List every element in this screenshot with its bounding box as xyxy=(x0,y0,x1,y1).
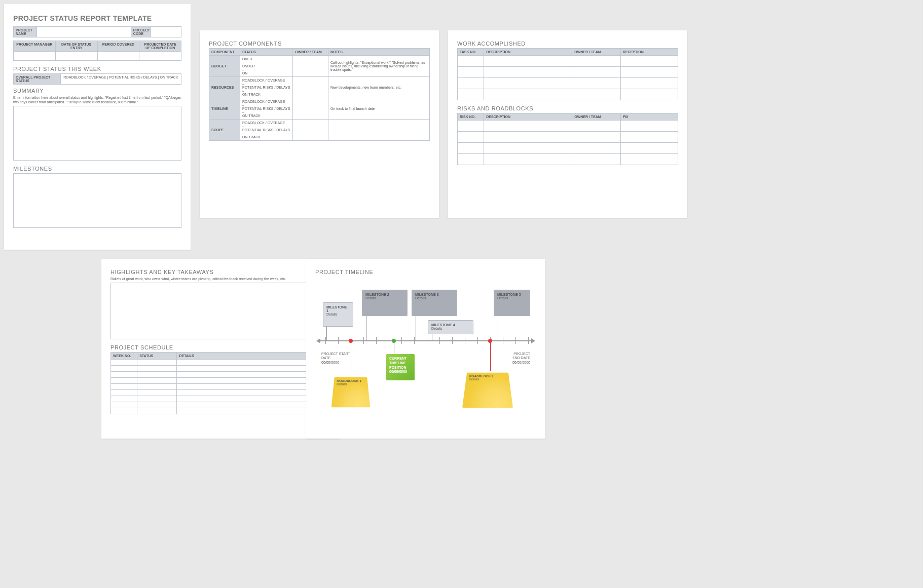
input-project-name[interactable] xyxy=(37,27,131,37)
milestone-2: MILESTONE 2Details xyxy=(362,290,408,316)
label-overall-status: OVERALL PROJECT STATUS xyxy=(14,74,61,85)
summary-box[interactable] xyxy=(13,106,181,161)
scope-status: ROADBLOCK / OVERAGE – POTENTIAL RISKS / … xyxy=(240,120,292,141)
table-row[interactable] xyxy=(111,408,137,414)
table-row[interactable] xyxy=(111,384,137,390)
row-budget: BUDGET xyxy=(209,56,240,77)
components-table: COMPONENT STATUS OWNER / TEAM NOTES BUDG… xyxy=(209,48,430,141)
table-row[interactable] xyxy=(111,372,137,378)
input-projected-completion[interactable] xyxy=(139,52,181,61)
risks-col-2: OWNER / TEAM xyxy=(572,113,621,121)
timeline-owner[interactable] xyxy=(293,98,328,120)
highlights-box[interactable] xyxy=(110,283,331,339)
milestone-3: MILESTONE 3Details xyxy=(412,290,457,316)
label-project-name: PROJECT NAME xyxy=(14,27,37,37)
overall-status-bar: OVERALL PROJECT STATUS ROADBLOCK / OVERA… xyxy=(13,73,181,85)
input-period-covered[interactable] xyxy=(97,52,139,61)
section-milestones: MILESTONES xyxy=(13,166,181,172)
timeline-notes: On track to final launch date xyxy=(328,98,429,120)
risks-col-3: FIX xyxy=(620,113,678,121)
roadblock-1: ROADBLOCK 1Details xyxy=(331,377,371,408)
work-col-3: RECEPTION xyxy=(620,49,678,56)
risks-col-1: DESCRIPTION xyxy=(484,113,572,121)
table-row[interactable] xyxy=(458,154,484,165)
milestones-box[interactable] xyxy=(13,173,181,228)
table-row[interactable] xyxy=(111,360,137,366)
input-status-entry[interactable] xyxy=(55,52,97,61)
table-row[interactable] xyxy=(458,121,484,132)
work-col-1: DESCRIPTION xyxy=(484,49,572,56)
sched-col-0: WEEK NO. xyxy=(111,352,137,360)
work-col-0: TASK NO. xyxy=(458,49,484,56)
highlights-hint: Bullets of great work, who owns what, wh… xyxy=(110,277,331,281)
table-row[interactable] xyxy=(458,89,484,100)
page-components: PROJECT COMPONENTS COMPONENT STATUS OWNE… xyxy=(200,30,439,218)
page-timeline: PROJECT TIMELINE MILESTONE 1Details MILE… xyxy=(306,259,545,439)
work-table: TASK NO. DESCRIPTION OWNER / TEAM RECEPT… xyxy=(457,48,678,100)
milestone-1: MILESTONE 1Details xyxy=(323,302,353,327)
work-col-2: OWNER / TEAM xyxy=(572,49,621,56)
resources-notes: New developments, new team members, etc. xyxy=(328,77,429,98)
input-project-code[interactable] xyxy=(151,27,181,37)
budget-notes: Call out highlights: "Exceptional work,"… xyxy=(328,56,429,77)
row-scope: SCOPE xyxy=(209,120,240,141)
label-project-code: PROJECT CODE xyxy=(131,27,151,37)
section-schedule: PROJECT SCHEDULE xyxy=(110,344,331,350)
label-projected-completion: PROJECTED DATE OF COMPLETION xyxy=(139,41,181,52)
section-timeline: PROJECT TIMELINE xyxy=(315,269,536,275)
row-resources: RESOURCES xyxy=(209,77,240,98)
col-component: COMPONENT xyxy=(209,49,240,56)
page-title: PROJECT STATUS REPORT TEMPLATE xyxy=(13,14,181,22)
resources-owner[interactable] xyxy=(293,77,328,98)
table-row[interactable] xyxy=(458,67,484,78)
budget-owner[interactable] xyxy=(293,56,328,77)
current-position: CURRENT TIMELINE POSITION 00/00/0000 xyxy=(386,354,415,380)
page-status-report: PROJECT STATUS REPORT TEMPLATE PROJECT N… xyxy=(4,4,191,250)
page-work-risks: WORK ACCOMPLISHED TASK NO. DESCRIPTION O… xyxy=(448,30,687,218)
label-project-manager: PROJECT MANAGER xyxy=(14,41,56,52)
budget-status: OVER – UNDER – ON xyxy=(240,56,292,77)
timeline-start-label: PROJECT START DATE 00/00/0000 xyxy=(321,352,350,365)
resources-status: ROADBLOCK / OVERAGE – POTENTIAL RISKS / … xyxy=(240,77,292,98)
section-components: PROJECT COMPONENTS xyxy=(209,41,430,47)
summary-hint: Enter information here about overall sta… xyxy=(13,95,181,104)
header-table-2: PROJECT MANAGER DATE OF STATUS ENTRY PER… xyxy=(13,41,181,61)
table-row[interactable] xyxy=(458,143,484,154)
roadblock-2: ROADBLOCK 2Details xyxy=(462,373,513,408)
overall-status-legend: ROADBLOCK / OVERAGE | POTENTIAL RISKS / … xyxy=(60,74,181,85)
section-work: WORK ACCOMPLISHED xyxy=(457,41,678,47)
section-highlights: HIGHLIGHTS AND KEY TAKEAWAYS xyxy=(110,269,331,275)
section-summary: SUMMARY xyxy=(13,88,181,94)
table-row[interactable] xyxy=(111,396,137,402)
table-row[interactable] xyxy=(458,78,484,89)
table-row[interactable] xyxy=(111,366,137,372)
scope-notes xyxy=(328,120,429,141)
col-notes: NOTES xyxy=(328,49,429,56)
label-status-entry: DATE OF STATUS ENTRY xyxy=(55,41,97,52)
milestone-4: MILESTONE 4Details xyxy=(428,320,473,334)
row-timeline: TIMELINE xyxy=(209,98,240,120)
col-owner: OWNER / TEAM xyxy=(293,49,328,56)
header-table-1: PROJECT NAME PROJECT CODE xyxy=(13,26,181,37)
timeline-end-label: PROJECT END DATE 00/00/0000 xyxy=(512,352,530,365)
risks-table: RISK NO. DESCRIPTION OWNER / TEAM FIX xyxy=(457,113,678,165)
page-highlights-schedule: HIGHLIGHTS AND KEY TAKEAWAYS Bullets of … xyxy=(101,259,341,439)
sched-col-1: STATUS xyxy=(137,352,177,360)
table-row[interactable] xyxy=(111,402,137,408)
label-period-covered: PERIOD COVERED xyxy=(97,41,139,52)
table-row[interactable] xyxy=(458,56,484,67)
input-project-manager[interactable] xyxy=(14,52,56,61)
section-risks: RISKS AND ROADBLOCKS xyxy=(457,105,678,111)
col-status: STATUS xyxy=(240,49,292,56)
table-row[interactable] xyxy=(111,390,137,396)
timeline-diagram: MILESTONE 1Details MILESTONE 2Details MI… xyxy=(315,277,536,424)
timeline-status: ROADBLOCK / OVERAGE – POTENTIAL RISKS / … xyxy=(240,98,292,120)
table-row[interactable] xyxy=(111,378,137,384)
scope-owner[interactable] xyxy=(293,120,328,141)
section-status-week: PROJECT STATUS THIS WEEK xyxy=(13,66,181,72)
schedule-table: WEEK NO. STATUS DETAILS xyxy=(110,352,331,414)
table-row[interactable] xyxy=(458,132,484,143)
risks-col-0: RISK NO. xyxy=(458,113,484,121)
milestone-5: MILESTONE 5Details xyxy=(494,290,530,316)
